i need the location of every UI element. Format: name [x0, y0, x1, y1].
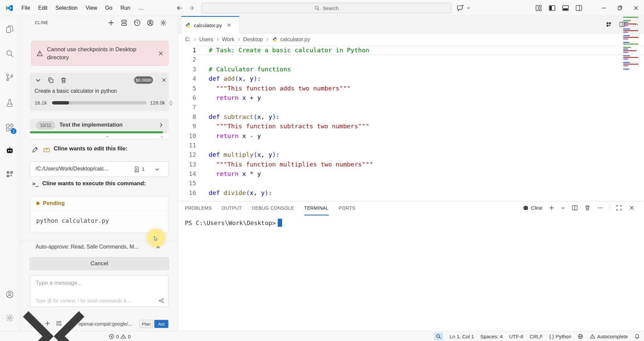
- account-small-icon[interactable]: [147, 19, 154, 26]
- task-collapse-icon[interactable]: [35, 77, 42, 84]
- panel-tab-ports[interactable]: PORTS: [339, 201, 355, 215]
- search-sidebar-icon[interactable]: [4, 48, 15, 59]
- menu-edit[interactable]: Edit: [34, 4, 52, 12]
- menu-[interactable]: …: [134, 4, 148, 12]
- eol-sequence[interactable]: CRLF: [530, 334, 543, 339]
- code-line[interactable]: 8def subtract(x, y):: [178, 112, 644, 122]
- code-line[interactable]: 5 """This function adds two numbers""": [178, 84, 644, 93]
- task-title[interactable]: Create a basic calculator in python: [35, 88, 117, 94]
- zoom-status-item[interactable]: [434, 333, 443, 340]
- cline-icon[interactable]: [4, 145, 15, 156]
- split-terminal-icon[interactable]: [571, 204, 578, 211]
- globe-icon[interactable]: [578, 334, 583, 339]
- search-input[interactable]: Search: [201, 3, 452, 13]
- remote-indicator-icon[interactable]: [3, 286, 104, 341]
- code-line[interactable]: 6 return x + y: [178, 93, 644, 103]
- tab-close-icon[interactable]: [226, 22, 232, 28]
- panel-tab-debug-console[interactable]: DEBUG CONSOLE: [252, 201, 294, 215]
- cursor-position[interactable]: Ln 1, Col 1: [449, 334, 474, 339]
- new-terminal-icon[interactable]: [548, 204, 555, 211]
- code-line[interactable]: 3# Calculator functions: [178, 65, 644, 74]
- context-collapse-icon[interactable]: [168, 100, 174, 106]
- source-control-icon[interactable]: [4, 72, 15, 83]
- code-line[interactable]: 14 return x * y: [178, 169, 644, 179]
- code-line[interactable]: 9 """This function subtracts two numbers…: [178, 122, 644, 131]
- code-line[interactable]: 15: [178, 179, 644, 188]
- kilo-code-icon[interactable]: [4, 169, 15, 180]
- code-line[interactable]: 10 return x - y: [178, 131, 644, 141]
- toggle-secondary-sidebar-icon[interactable]: [575, 4, 583, 12]
- panel-tab-terminal[interactable]: TERMINAL: [304, 201, 329, 215]
- breadcrumb-item[interactable]: calculator.py: [280, 36, 311, 43]
- send-icon[interactable]: [158, 297, 164, 304]
- sidebar-settings-icon[interactable]: [160, 19, 167, 26]
- extensions-icon[interactable]: 2: [4, 122, 15, 133]
- kill-terminal-icon[interactable]: [584, 204, 591, 211]
- panel-tab-problems[interactable]: PROBLEMS: [185, 201, 212, 215]
- close-window-button[interactable]: [628, 0, 644, 16]
- auto-approve-row[interactable]: Auto-approve: Read, Safe Commands, M...: [19, 241, 178, 253]
- breadcrumb-item[interactable]: Desktop: [243, 36, 264, 43]
- panel-tab-output[interactable]: OUTPUT: [222, 201, 241, 215]
- code-editor[interactable]: 1# Task: Create a basic calculator in Py…: [178, 46, 644, 201]
- act-mode-button[interactable]: Act: [154, 320, 168, 328]
- panel-more-icon[interactable]: [597, 204, 604, 211]
- copy-icon[interactable]: [47, 77, 54, 84]
- code-line[interactable]: 2: [178, 55, 644, 64]
- file-path-card[interactable]: /C:/Users/Work/Desktop/calc... 1: [30, 161, 169, 177]
- menu-file[interactable]: File: [17, 4, 34, 12]
- kilo-editor-action-icon[interactable]: [605, 21, 612, 28]
- explorer-icon[interactable]: [4, 24, 15, 35]
- close-panel-icon[interactable]: [628, 204, 635, 211]
- code-line[interactable]: 12def multiply(x, y):: [178, 150, 644, 159]
- breadcrumb-item[interactable]: Users: [199, 36, 214, 43]
- encoding[interactable]: UTF-8: [509, 334, 524, 339]
- menu-selection[interactable]: Selection: [51, 4, 82, 12]
- breadcrumb-item[interactable]: Work: [221, 36, 235, 43]
- notifications-bell-icon[interactable]: [634, 334, 640, 339]
- menu-run[interactable]: Run: [116, 4, 134, 12]
- banner-close-icon[interactable]: [158, 50, 164, 57]
- code-line[interactable]: 7: [178, 103, 644, 112]
- folder-edit-icon: [43, 146, 50, 153]
- forward-icon[interactable]: [188, 4, 196, 12]
- restore-button[interactable]: [612, 0, 628, 16]
- tab-calculator-py[interactable]: calculator.py: [181, 16, 239, 33]
- back-icon[interactable]: [175, 4, 183, 12]
- mcp-servers-icon[interactable]: [120, 19, 128, 26]
- minimize-button[interactable]: [596, 0, 612, 16]
- toggle-sidebar-icon[interactable]: [548, 4, 556, 12]
- terminal-dropdown-icon[interactable]: [561, 206, 566, 210]
- focus-progress-bar: [30, 131, 167, 133]
- toggle-panel-icon[interactable]: [561, 4, 570, 12]
- autocomplete-status[interactable]: Autocomplete: [590, 334, 628, 339]
- line-number: 8: [178, 112, 196, 122]
- terminal-profile[interactable]: Cline: [523, 205, 542, 211]
- problems-status[interactable]: 0 0: [109, 334, 131, 339]
- new-task-icon[interactable]: [107, 19, 115, 26]
- test-flask-icon[interactable]: [4, 97, 15, 108]
- cancel-button[interactable]: Cancel: [30, 257, 169, 270]
- indentation[interactable]: Spaces: 4: [480, 334, 503, 339]
- breadcrumb-item[interactable]: C:: [184, 36, 191, 43]
- maximize-panel-icon[interactable]: [615, 204, 623, 211]
- code-line[interactable]: 16def divide(x, y):: [178, 188, 644, 198]
- history-icon[interactable]: [133, 19, 141, 26]
- delete-task-icon[interactable]: [60, 77, 67, 84]
- minimap[interactable]: [623, 17, 639, 70]
- code-line[interactable]: 1# Task: Create a basic calculator in Py…: [178, 46, 644, 55]
- breadcrumb[interactable]: C:UsersWorkDesktopcalculator.py: [178, 33, 644, 46]
- task-close-icon[interactable]: [161, 77, 167, 83]
- terminal-content[interactable]: PS C:\Users\Work\Desktop>: [185, 219, 637, 331]
- menu-view[interactable]: View: [82, 4, 101, 12]
- copilot-button[interactable]: [456, 3, 471, 12]
- code-line[interactable]: 11: [178, 141, 644, 150]
- path-expand-icon[interactable]: [154, 166, 160, 172]
- focus-chain-row[interactable]: 10/11 Test the implementation: [30, 119, 169, 131]
- plan-mode-button[interactable]: Plan: [140, 320, 153, 328]
- language-mode[interactable]: { } Python: [549, 334, 571, 339]
- menu-go[interactable]: Go: [101, 4, 116, 12]
- code-line[interactable]: 13 """This function multiplies two numbe…: [178, 160, 644, 169]
- code-line[interactable]: 4def add(x, y):: [178, 74, 644, 83]
- customize-layout-icon[interactable]: [535, 4, 543, 12]
